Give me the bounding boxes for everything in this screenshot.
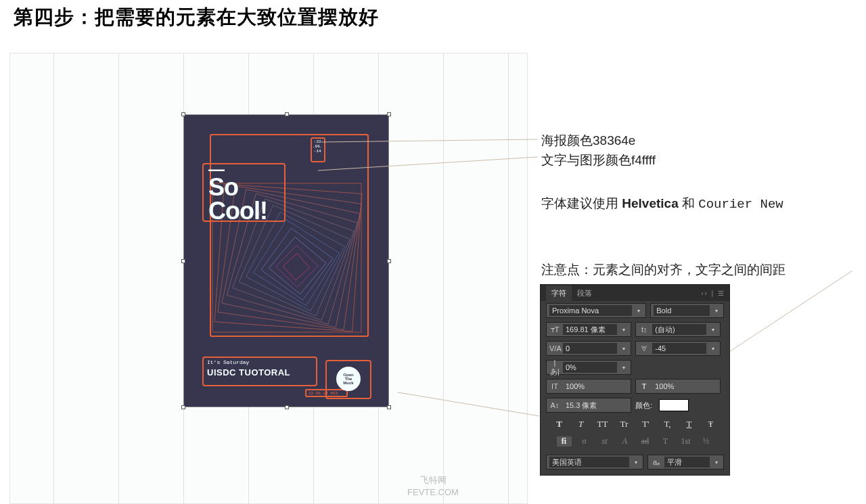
poster-date-text[interactable]: -22 .06. -14 <box>313 139 322 154</box>
faux-bold-button[interactable]: T <box>552 419 567 430</box>
annotation-note: 注意点：元素之间的对齐，文字之间的间距 <box>541 261 785 279</box>
font-size-field[interactable]: ᴛT 169.81 像素▾ <box>546 322 631 337</box>
contextual-alt-button[interactable]: σ <box>577 436 592 446</box>
poster-artboard[interactable]: — So Cool! -22 .06. -14 It's Saturday UI… <box>183 114 389 407</box>
font-family-select[interactable]: Proxima Nova▾ <box>546 303 646 318</box>
color-label: 颜色: <box>635 400 655 411</box>
antialias-icon: aₐ <box>651 458 662 467</box>
panel-menu-icon[interactable]: ›› | ☰ <box>701 290 725 297</box>
text-color-swatch[interactable] <box>659 399 689 411</box>
vscale-icon: IT <box>549 382 560 390</box>
discretionary-lig-button[interactable]: st <box>597 436 612 446</box>
character-panel[interactable]: 字符 段落 ›› | ☰ Proxima Nova▾ Bold▾ ᴛT 169.… <box>540 284 730 476</box>
font-size-icon: ᴛT <box>549 325 560 334</box>
strikethrough-button[interactable]: Ŧ <box>704 419 719 430</box>
tsume-field[interactable]: |あ| 0%▾ <box>546 360 631 375</box>
kerning-icon: V/A <box>549 344 560 352</box>
all-caps-button[interactable]: TT <box>595 419 610 430</box>
underline-button[interactable]: T <box>682 419 697 430</box>
tracking-field[interactable]: ⩔ -45▾ <box>635 341 721 356</box>
superscript-button[interactable]: T' <box>639 419 654 430</box>
annotation-poster-color: 海报颜色38364e <box>541 132 635 150</box>
svg-line-15 <box>729 271 852 352</box>
font-style-select[interactable]: Bold▾ <box>650 303 724 318</box>
subscript-button[interactable]: T, <box>660 419 675 430</box>
poster-small-tag[interactable]: 22.06.14 #03 <box>309 391 338 396</box>
poster-circle-badge[interactable]: Open The Muck <box>336 367 361 391</box>
ordinals-button[interactable]: 1st <box>679 436 693 446</box>
watermark: 飞特网 FEVTE.COM <box>407 474 459 499</box>
chevron-down-icon: ▾ <box>712 308 721 314</box>
vertical-scale-field[interactable]: IT 100% <box>546 379 631 394</box>
hscale-icon: T <box>639 382 650 390</box>
chevron-down-icon: ▾ <box>635 308 643 314</box>
antialias-select[interactable]: aₐ 平滑▾ <box>647 455 724 469</box>
language-select[interactable]: 美国英语▾ <box>546 455 643 469</box>
annotation-font-suggest: 字体建议使用 Helvetica 和 Courier New <box>541 195 783 212</box>
leading-icon: t↕ <box>639 325 650 334</box>
stylistic-alt-button[interactable]: ad <box>638 436 653 446</box>
kerning-field[interactable]: V/A 0▾ <box>546 341 631 356</box>
tracking-icon: ⩔ <box>639 344 650 352</box>
faux-italic-button[interactable]: T <box>574 419 589 430</box>
leading-field[interactable]: t↕ (自动)▾ <box>635 322 721 337</box>
horizontal-scale-field[interactable]: T 100% <box>635 379 721 394</box>
baseline-icon: A↕ <box>549 401 560 409</box>
fractions-button[interactable]: ½ <box>699 436 714 446</box>
titling-alt-button[interactable]: T <box>658 436 673 446</box>
page-title: 第四步：把需要的元素在大致位置摆放好 <box>14 4 379 31</box>
tab-paragraph[interactable]: 段落 <box>572 285 597 301</box>
poster-title-text[interactable]: — So Cool! <box>208 166 267 223</box>
tsume-icon: |あ| <box>549 359 560 377</box>
annotation-text-color: 文字与图形颜色f4ffff <box>541 152 656 169</box>
poster-footer-text[interactable]: It's Saturday UISDC TUOTORAL <box>207 359 290 377</box>
ligatures-button[interactable]: fi <box>557 436 572 446</box>
tab-character[interactable]: 字符 <box>546 285 572 301</box>
baseline-shift-field[interactable]: A↕ 15.3 像素 <box>546 398 631 413</box>
small-caps-button[interactable]: Tr <box>617 419 632 430</box>
opentype-row: fi σ st A ad T 1st ½ <box>541 434 729 452</box>
swash-button[interactable]: A <box>618 436 633 446</box>
faux-style-row: T T TT Tr T' T, T Ŧ <box>541 415 729 434</box>
